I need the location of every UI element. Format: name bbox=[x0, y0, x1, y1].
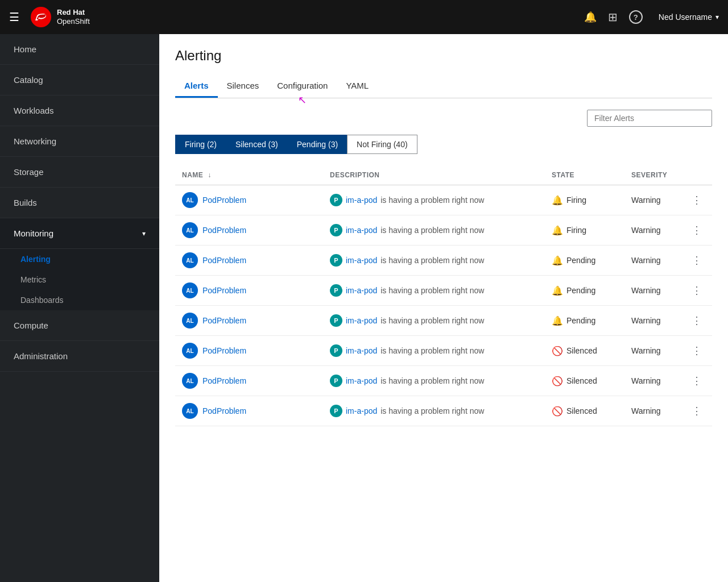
state-label: Silenced bbox=[566, 406, 597, 415]
row-kebab-button[interactable]: ⋮ bbox=[688, 283, 705, 298]
alert-name-link[interactable]: PodProblem bbox=[202, 346, 246, 355]
sidebar-monitoring-label: Monitoring bbox=[14, 228, 53, 238]
alert-name-link[interactable]: PodProblem bbox=[202, 376, 246, 385]
desc-badge: P bbox=[330, 254, 342, 267]
sidebar-item-workloads[interactable]: Workloads bbox=[0, 95, 159, 126]
desc-link[interactable]: im-a-pod bbox=[346, 286, 377, 295]
table-row: AL PodProblem P im-a-pod is having a pro… bbox=[175, 185, 712, 215]
cell-name: AL PodProblem bbox=[175, 366, 323, 396]
alert-name-link[interactable]: PodProblem bbox=[202, 196, 246, 205]
desc-link[interactable]: im-a-pod bbox=[346, 226, 377, 235]
cell-description: P im-a-pod is having a problem right now bbox=[323, 396, 545, 426]
sidebar-item-home[interactable]: Home bbox=[0, 34, 159, 65]
filter-firing-button[interactable]: Firing (2) bbox=[175, 135, 226, 154]
sidebar-item-builds[interactable]: Builds bbox=[0, 188, 159, 218]
alert-name-link[interactable]: PodProblem bbox=[202, 316, 246, 325]
help-icon[interactable]: ? bbox=[629, 10, 643, 24]
severity-label: Warning bbox=[631, 286, 661, 295]
desc-link[interactable]: im-a-pod bbox=[346, 346, 377, 355]
cell-name: AL PodProblem bbox=[175, 246, 323, 276]
user-menu[interactable]: Ned Username ▾ bbox=[659, 13, 719, 22]
sidebar-item-dashboards[interactable]: Dashboards bbox=[0, 290, 159, 310]
sidebar-item-storage[interactable]: Storage bbox=[0, 157, 159, 188]
desc-link[interactable]: im-a-pod bbox=[346, 376, 377, 385]
cell-description: P im-a-pod is having a problem right now bbox=[323, 366, 545, 396]
cell-severity: Warning bbox=[624, 276, 681, 306]
state-label: Firing bbox=[566, 226, 586, 235]
row-kebab-button[interactable]: ⋮ bbox=[688, 313, 705, 328]
state-icon: 🚫 bbox=[552, 376, 563, 386]
alert-name-link[interactable]: PodProblem bbox=[202, 226, 246, 235]
state-label: Pending bbox=[566, 256, 595, 265]
alerts-table: NAME ↓ DESCRIPTION STATE SEVERITY bbox=[175, 165, 712, 426]
severity-label: Warning bbox=[631, 226, 661, 235]
tab-silences[interactable]: Silences bbox=[218, 75, 268, 98]
row-kebab-button[interactable]: ⋮ bbox=[688, 373, 705, 388]
desc-link[interactable]: im-a-pod bbox=[346, 196, 377, 205]
alert-name-link[interactable]: PodProblem bbox=[202, 256, 246, 265]
row-kebab-button[interactable]: ⋮ bbox=[688, 223, 705, 238]
desc-link[interactable]: im-a-pod bbox=[346, 316, 377, 325]
sidebar-item-monitoring[interactable]: Monitoring ▾ bbox=[0, 218, 159, 249]
state-icon: 🔔 bbox=[552, 255, 563, 266]
table-header: NAME ↓ DESCRIPTION STATE SEVERITY bbox=[175, 165, 712, 185]
state-label: Silenced bbox=[566, 346, 597, 355]
bell-icon[interactable]: 🔔 bbox=[584, 11, 597, 23]
filter-silenced-button[interactable]: Silenced (3) bbox=[226, 135, 287, 154]
cell-state: 🔔 Firing bbox=[545, 185, 624, 215]
severity-label: Warning bbox=[631, 196, 661, 205]
row-kebab-button[interactable]: ⋮ bbox=[688, 404, 705, 418]
desc-text: is having a problem right now bbox=[380, 226, 484, 235]
tab-alerts[interactable]: Alerts bbox=[175, 75, 218, 98]
cell-state: 🔔 Pending bbox=[545, 246, 624, 276]
tab-yaml[interactable]: YAML bbox=[337, 75, 378, 98]
cell-severity: Warning bbox=[624, 396, 681, 426]
cell-actions: ⋮ bbox=[681, 276, 712, 306]
table-row: AL PodProblem P im-a-pod is having a pro… bbox=[175, 336, 712, 366]
cursor-icon: ↖ bbox=[298, 94, 307, 106]
filter-alerts-input[interactable] bbox=[587, 110, 712, 127]
cell-severity: Warning bbox=[624, 306, 681, 336]
col-header-description: DESCRIPTION bbox=[323, 165, 545, 185]
cell-description: P im-a-pod is having a problem right now bbox=[323, 215, 545, 246]
tab-configuration[interactable]: Configuration ↖ bbox=[268, 75, 337, 98]
cell-name: AL PodProblem bbox=[175, 215, 323, 246]
desc-text: is having a problem right now bbox=[380, 316, 484, 325]
tab-alerts-label: Alerts bbox=[184, 81, 209, 90]
sidebar-item-administration[interactable]: Administration bbox=[0, 341, 159, 372]
row-kebab-button[interactable]: ⋮ bbox=[688, 343, 705, 358]
tab-configuration-label: Configuration bbox=[277, 81, 328, 90]
cell-actions: ⋮ bbox=[681, 185, 712, 215]
filter-pending-button[interactable]: Pending (3) bbox=[287, 135, 347, 154]
state-icon: 🔔 bbox=[552, 225, 563, 236]
sidebar-item-metrics[interactable]: Metrics bbox=[0, 269, 159, 290]
sidebar-item-alerting[interactable]: Alerting bbox=[0, 249, 159, 269]
hamburger-menu[interactable]: ☰ bbox=[9, 10, 19, 24]
row-kebab-button[interactable]: ⋮ bbox=[688, 193, 705, 207]
state-label: Pending bbox=[566, 316, 595, 325]
sidebar-metrics-label: Metrics bbox=[20, 275, 46, 284]
desc-text: is having a problem right now bbox=[380, 406, 484, 415]
filter-not-firing-button[interactable]: Not Firing (40) bbox=[347, 135, 417, 154]
desc-text: is having a problem right now bbox=[380, 376, 484, 385]
row-kebab-button[interactable]: ⋮ bbox=[688, 253, 705, 268]
filter-button-group: Firing (2) Silenced (3) Pending (3) Not … bbox=[175, 135, 712, 154]
sidebar-item-compute[interactable]: Compute bbox=[0, 310, 159, 341]
alert-name-link[interactable]: PodProblem bbox=[202, 406, 246, 415]
desc-link[interactable]: im-a-pod bbox=[346, 406, 377, 415]
table-row: AL PodProblem P im-a-pod is having a pro… bbox=[175, 276, 712, 306]
redhat-logo-icon bbox=[31, 7, 51, 27]
cell-actions: ⋮ bbox=[681, 336, 712, 366]
name-badge: AL bbox=[182, 403, 198, 419]
state-icon: 🔔 bbox=[552, 285, 563, 296]
sidebar-item-catalog[interactable]: Catalog bbox=[0, 65, 159, 95]
sidebar-workloads-label: Workloads bbox=[14, 106, 54, 115]
alert-name-link[interactable]: PodProblem bbox=[202, 286, 246, 295]
table-row: AL PodProblem P im-a-pod is having a pro… bbox=[175, 306, 712, 336]
sidebar-item-networking[interactable]: Networking bbox=[0, 126, 159, 157]
desc-link[interactable]: im-a-pod bbox=[346, 256, 377, 265]
grid-icon[interactable]: ⊞ bbox=[608, 10, 618, 24]
col-header-name[interactable]: NAME ↓ bbox=[175, 165, 323, 185]
logo: Red Hat OpenShift bbox=[31, 7, 577, 27]
topnav: ☰ Red Hat OpenShift 🔔 ⊞ ? Ned Username ▾ bbox=[0, 0, 728, 34]
